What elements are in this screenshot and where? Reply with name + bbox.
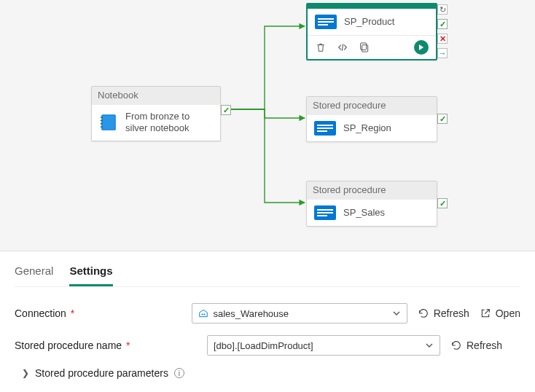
svg-rect-14 <box>317 128 333 129</box>
svg-rect-3 <box>101 120 103 121</box>
svg-rect-17 <box>317 209 333 211</box>
status-success-check[interactable]: ✓ <box>437 114 448 124</box>
connection-select[interactable]: sales_Warehouse <box>192 303 407 324</box>
activity-header: Notebook <box>92 87 220 105</box>
svg-rect-19 <box>317 215 327 216</box>
code-icon[interactable] <box>337 42 348 53</box>
pipeline-canvas[interactable]: Notebook From bronze to silver notebook … <box>0 0 535 251</box>
sproc-label: Stored procedure name * <box>15 340 197 351</box>
status-fail-icon[interactable]: ✕ <box>437 34 448 44</box>
svg-rect-10 <box>362 45 368 52</box>
svg-rect-9 <box>318 24 328 26</box>
stored-procedure-icon <box>315 15 337 29</box>
delete-icon[interactable] <box>315 42 327 53</box>
svg-rect-7 <box>318 18 334 20</box>
svg-rect-18 <box>317 212 333 213</box>
status-skip-icon[interactable]: → <box>437 48 448 58</box>
sproc-refresh-button[interactable]: Refresh <box>450 340 502 351</box>
svg-rect-13 <box>317 125 333 126</box>
activity-label: SP_Product <box>344 16 394 28</box>
status-loop-icon[interactable]: ↻ <box>437 4 448 15</box>
svg-rect-11 <box>361 43 367 50</box>
warehouse-icon <box>198 308 208 318</box>
connection-label: Connection * <box>15 307 181 319</box>
svg-rect-15 <box>317 130 327 132</box>
tab-settings[interactable]: Settings <box>69 264 112 286</box>
connection-open-button[interactable]: Open <box>480 307 520 319</box>
stored-procedure-icon <box>314 205 336 220</box>
svg-rect-1 <box>102 116 114 130</box>
refresh-icon <box>450 340 462 351</box>
refresh-icon <box>418 307 429 319</box>
tab-strip: General Settings <box>15 264 520 287</box>
status-success-check[interactable]: ✓ <box>437 198 448 208</box>
activity-label: SP_Sales <box>343 207 385 219</box>
sproc-params-expander[interactable]: ❯ Stored procedure parameters i <box>22 367 520 379</box>
status-success-check[interactable]: ✓ <box>437 19 448 29</box>
activity-header: Stored procedure <box>307 97 437 115</box>
svg-rect-20 <box>202 314 203 315</box>
svg-rect-8 <box>318 21 334 23</box>
sproc-value: [dbo].[LoadDimProduct] <box>214 340 313 351</box>
sproc-select[interactable]: [dbo].[LoadDimProduct] <box>207 335 440 356</box>
activity-label: From bronze to silver notebook <box>125 111 213 135</box>
info-icon[interactable]: i <box>174 368 184 378</box>
activity-label: SP_Region <box>343 122 391 134</box>
connection-value: sales_Warehouse <box>213 308 289 319</box>
activity-sp-sales[interactable]: Stored procedure SP_Sales <box>306 181 437 227</box>
activity-header: Stored procedure <box>307 181 437 200</box>
chevron-down-icon <box>392 309 401 318</box>
svg-rect-2 <box>101 117 103 118</box>
connectors <box>0 0 535 251</box>
svg-rect-4 <box>101 123 103 124</box>
tab-general[interactable]: General <box>15 264 53 286</box>
copy-icon[interactable] <box>359 42 370 53</box>
run-button[interactable] <box>414 40 429 55</box>
activity-notebook[interactable]: Notebook From bronze to silver notebook <box>91 86 221 141</box>
connection-refresh-button[interactable]: Refresh <box>418 307 469 319</box>
svg-rect-21 <box>204 314 206 315</box>
open-external-icon <box>480 307 491 319</box>
properties-panel: General Settings Connection * sales_Ware… <box>0 251 535 386</box>
activity-sp-region[interactable]: Stored procedure SP_Region <box>306 96 437 142</box>
chevron-down-icon <box>425 341 434 350</box>
svg-rect-5 <box>101 127 103 128</box>
notebook-icon <box>99 113 118 132</box>
stored-procedure-icon <box>314 121 336 136</box>
status-success-check[interactable]: ✓ <box>221 105 231 115</box>
activity-sp-product[interactable]: SP_Product <box>306 3 437 60</box>
chevron-right-icon: ❯ <box>22 368 29 378</box>
